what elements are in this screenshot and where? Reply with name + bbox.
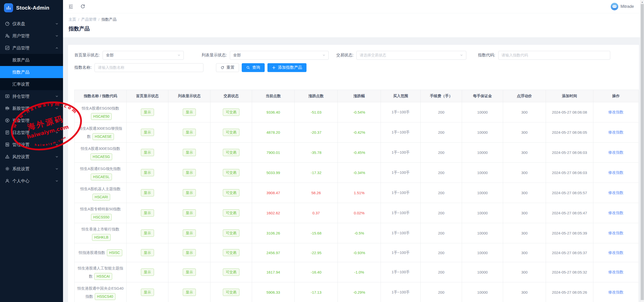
scroll-up-icon[interactable]: ▲ [640,0,644,4]
index-name: 恒生A股通ESG50指数 [82,106,119,110]
margin-cell: 10000 [462,102,503,122]
sidebar-item-new-stock-management[interactable]: 新股管理 [0,102,63,114]
trade-status-label: 交易状态: [336,53,353,58]
edit-index-link[interactable]: 修改指数 [608,150,624,154]
edit-index-link[interactable]: 修改指数 [608,250,624,255]
table-header-cell: 涨跌点数 [295,90,338,102]
index-name-input[interactable]: 请输入指数名称 [95,63,203,72]
change-percent-cell: -0.54% [338,102,381,122]
added-time-cell: 2024-05-27 08:05:57 [546,183,593,203]
margin-cell: 10000 [462,183,503,203]
sidebar-item-profile-center[interactable]: 个人中心 [0,175,63,187]
search-button[interactable]: 查询 [242,63,265,72]
edit-index-link[interactable]: 修改指数 [608,211,624,215]
action-cell: 修改指数 [593,183,639,203]
home-status-badge: 显示 [141,289,154,296]
trade-status-badge: 可交易 [223,229,239,237]
edit-index-link[interactable]: 修改指数 [608,290,624,294]
index-code-input[interactable]: 请输入指数代码 [498,51,610,60]
collapse-sidebar-icon[interactable] [68,4,74,9]
home-status-select[interactable]: 全部 [103,51,184,60]
app-logo: Stock-Admin [0,0,63,16]
current-points-cell: 9336.40 [252,102,295,122]
edit-index-link[interactable]: 修改指数 [608,231,624,235]
index-name: 恒生A股专精特新50指数 [80,207,121,211]
sidebar-item-stock-products[interactable]: 股票产品 [0,54,63,66]
list-status-badge: 显示 [183,209,196,216]
breadcrumb-home[interactable]: 主页 [69,17,76,22]
chevron-down-icon [55,143,58,146]
breadcrumb-product-management[interactable]: 产品管理 [81,17,96,22]
list-status-value: 全部 [233,53,241,58]
refresh-icon[interactable] [80,4,86,9]
table-header-cell: 交易状态 [210,90,252,102]
sidebar-item-position-management[interactable]: 持仓管理 [0,90,63,102]
index-code-badge: HSCAE50 [91,113,112,120]
vertical-scrollbar-thumb[interactable] [641,4,644,300]
sidebar-item-product-management[interactable]: 产品管理 [0,42,63,54]
list-status-badge: 显示 [183,269,196,276]
list-status-badge: 显示 [183,169,196,176]
product-management-submenu: 股票产品 指数产品 汇率设置 [0,54,63,90]
trade-status-badge: 可交易 [223,189,239,196]
sidebar-item-label: 管理设置 [12,142,29,148]
buy-range-cell: 1手~100手 [381,102,421,122]
reset-button[interactable]: 重置 [216,63,239,72]
user-menu[interactable]: Mitrade [611,3,634,10]
trade-status-badge: 可交易 [223,209,239,216]
edit-index-link[interactable]: 修改指数 [608,190,624,195]
position-management-icon [5,94,10,98]
table-row: 恒指港股通指数HSISC 显示 显示 可交易 2456.97 -22.95 -0… [75,243,639,262]
chevron-up-icon [55,46,58,50]
sidebar-item-admin-settings[interactable]: 管理设置 [0,139,63,151]
sidebar-item-user-management[interactable]: 用户管理 [0,30,63,42]
list-status-select[interactable]: 全部 [230,51,329,60]
edit-index-link[interactable]: 修改指数 [608,170,624,175]
list-status-cell: 显示 [168,203,210,223]
sidebar-item-log-management[interactable]: 日志管理 [0,126,63,139]
sidebar-item-index-products[interactable]: 指数产品 [0,66,63,78]
change-points-cell: 58.26 [295,183,338,203]
edit-index-link[interactable]: 修改指数 [608,270,624,274]
change-points-cell: -16.40 [295,262,338,282]
list-status-cell: 显示 [168,183,210,203]
table-body: 恒生A股通ESG50指数HSCAE50 显示 显示 可交易 9336.40 -5… [75,102,639,302]
chevron-down-icon [177,53,180,57]
trade-status-select[interactable]: 请选择交易状态 [356,51,466,60]
system-settings-icon [5,166,10,171]
new-stock-icon [5,106,10,111]
home-status-badge: 显示 [141,169,154,176]
home-status-cell: 显示 [127,262,168,282]
sidebar-item-funds-management[interactable]: 资金管理 [0,114,63,126]
sidebar-item-system-settings[interactable]: 系统设置 [0,163,63,175]
sidebar-item-exchange-rate[interactable]: 汇率设置 [0,78,63,90]
list-status-cell: 显示 [168,243,210,262]
edit-index-link[interactable]: 修改指数 [608,110,624,114]
funds-icon [5,118,10,123]
index-name-cell: 恒生A股通300ESG指数HSCAESG [75,143,127,163]
index-name: 恒指港股通指数 [79,250,105,255]
vertical-scrollbar[interactable]: ▲ [640,0,644,302]
sidebar-item-label: 用户管理 [12,33,29,39]
change-points-cell: -22.95 [295,243,338,262]
margin-cell: 10000 [462,243,503,262]
logo-icon [4,3,13,12]
change-points-cell: 0.37 [295,203,338,223]
sidebar-item-risk-settings[interactable]: 风控设置 [0,151,63,163]
chevron-down-icon [55,119,58,122]
sidebar-item-dashboard[interactable]: 仪表盘 [0,18,63,30]
edit-index-link[interactable]: 修改指数 [608,130,624,134]
current-points-cell: 2456.97 [252,243,295,262]
current-points-cell: 3106.26 [252,223,295,243]
current-points-value: 2456.97 [266,251,280,255]
chevron-down-icon [55,22,58,25]
fee-cell: 200 [421,122,462,143]
search-button-label: 查询 [252,65,260,70]
trade-status-badge: 可交易 [223,109,239,116]
trade-status-badge: 可交易 [223,249,239,256]
index-code-badge: HSCAESG [90,153,112,160]
change-points-cell: -51.03 [295,102,338,122]
change-percent-cell: -0.5% [338,223,381,243]
change-points-value: -17.13 [311,290,322,294]
add-index-product-button[interactable]: 添加指数产品 [267,63,306,72]
